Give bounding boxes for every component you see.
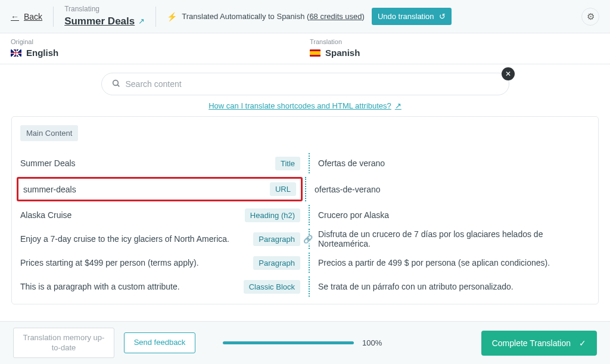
divider — [53, 7, 54, 27]
translating-label: Translating — [64, 4, 145, 14]
undo-icon: ↺ — [439, 12, 446, 21]
complete-label: Complete Translation — [492, 338, 571, 348]
divider — [155, 7, 156, 27]
source-text: Prices starting at $499 per person (term… — [20, 258, 199, 267]
translation-text[interactable]: ofertas-de-verano — [315, 185, 590, 194]
undo-label: Undo translation — [378, 12, 434, 21]
progress-bar — [223, 341, 354, 344]
lightning-icon: ⚡ — [167, 12, 177, 21]
translation-rows: Summer DealsTitleOfertas de veranosummer… — [20, 152, 590, 298]
column-divider — [309, 253, 310, 273]
progress-section: 100% — [205, 338, 472, 347]
svg-point-0 — [113, 80, 118, 85]
source-cell[interactable]: Summer DealsTitle — [20, 157, 306, 170]
column-divider — [309, 153, 310, 173]
flag-icon-en — [11, 49, 21, 57]
original-label: Original — [11, 38, 300, 45]
column-divider — [305, 177, 306, 201]
page-title: Summer Deals — [64, 14, 135, 29]
complete-translation-button[interactable]: Complete Translation ✓ — [481, 331, 597, 356]
source-text: Enjoy a 7-day cruise to the icy glaciers… — [20, 234, 229, 244]
close-icon: ✕ — [505, 70, 511, 78]
translation-text[interactable]: Se trata de un párrafo con un atributo p… — [318, 282, 590, 291]
progress-percent: 100% — [362, 338, 382, 347]
translation-text[interactable]: Precios a partir de 499 $ por persona (s… — [318, 258, 590, 267]
source-cell[interactable]: Enjoy a 7-day cruise to the icy glaciers… — [20, 232, 306, 246]
external-link-icon: ↗ — [138, 16, 145, 27]
auto-msg-prefix: Translated Automatically to Spanish ( — [182, 12, 309, 21]
top-bar: ← Back Translating Summer Deals ↗ ⚡ Tran… — [0, 0, 610, 33]
content-type-badge: Classic Block — [244, 280, 300, 294]
auto-translate-message: ⚡ Translated Automatically to Spanish (6… — [167, 12, 365, 21]
translation-row[interactable]: Alaska CruiseHeading (h2)Crucero por Ala… — [20, 204, 590, 226]
close-search-button[interactable]: ✕ — [502, 67, 515, 80]
flag-icon-es — [310, 49, 320, 57]
settings-button[interactable]: ⚙ — [581, 8, 599, 26]
source-text: Alaska Cruise — [20, 210, 71, 220]
source-cell[interactable]: Prices starting at $499 per person (term… — [20, 256, 306, 270]
back-label: Back — [24, 12, 42, 21]
source-cell[interactable]: summer-dealsURL — [17, 177, 303, 201]
search-input[interactable] — [126, 79, 499, 89]
column-divider — [309, 276, 310, 297]
translation-memory-status: Translation memory up-to-date — [13, 328, 114, 359]
translation-text[interactable]: Ofertas de verano — [318, 158, 590, 168]
gear-icon: ⚙ — [587, 11, 595, 22]
translation-row[interactable]: This is a paragraph with a custom attrib… — [20, 275, 590, 298]
translating-block: Translating Summer Deals ↗ — [64, 4, 145, 29]
source-text: summer-deals — [23, 185, 76, 194]
column-divider — [309, 205, 310, 225]
translation-row[interactable]: Prices starting at $499 per person (term… — [20, 251, 590, 274]
shortcodes-help-link[interactable]: How can I translate shortcodes and HTML … — [208, 101, 402, 110]
svg-line-1 — [117, 85, 119, 86]
content-type-badge: Paragraph — [253, 232, 300, 246]
content-type-badge: Paragraph — [253, 256, 300, 270]
translation-row[interactable]: Enjoy a 7-day cruise to the icy glaciers… — [20, 228, 590, 250]
language-bar: Original English Translation Spanish — [0, 33, 610, 64]
original-language-column: Original English — [11, 38, 300, 58]
undo-translation-button[interactable]: Undo translation ↺ — [372, 8, 452, 25]
content-type-badge: URL — [270, 182, 296, 196]
back-link[interactable]: ← Back — [11, 12, 42, 21]
translation-text[interactable]: Disfruta de un crucero de 7 días por los… — [318, 229, 590, 248]
send-feedback-button[interactable]: Send feedback — [124, 332, 195, 353]
original-language-name: English — [26, 48, 58, 58]
translation-label: Translation — [310, 38, 599, 45]
check-icon: ✓ — [579, 338, 586, 348]
credits-link[interactable]: 68 credits used — [309, 12, 362, 21]
content-panel: Main Content Summer DealsTitleOfertas de… — [11, 116, 599, 304]
translation-text[interactable]: Crucero por Alaska — [318, 210, 590, 220]
auto-msg-suffix: ) — [362, 12, 365, 21]
source-cell[interactable]: This is a paragraph with a custom attrib… — [20, 280, 306, 294]
search-box[interactable]: ✕ — [101, 73, 509, 95]
page-title-row[interactable]: Summer Deals ↗ — [64, 14, 145, 29]
external-link-icon: ↗ — [395, 101, 402, 110]
search-section: ✕ How can I translate shortcodes and HTM… — [0, 64, 610, 116]
column-divider — [309, 229, 310, 249]
search-icon — [111, 79, 121, 90]
source-text: This is a paragraph with a custom attrib… — [20, 282, 180, 291]
translation-row[interactable]: summer-dealsURLofertas-de-verano — [20, 176, 590, 203]
translation-language-column: Translation Spanish — [300, 38, 599, 58]
translation-language-name: Spanish — [325, 48, 360, 58]
help-link-text: How can I translate shortcodes and HTML … — [208, 101, 391, 110]
content-type-badge: Title — [275, 157, 300, 170]
source-text: Summer Deals — [20, 158, 76, 168]
source-cell[interactable]: Alaska CruiseHeading (h2) — [20, 209, 306, 222]
footer-bar: Translation memory up-to-date Send feedb… — [0, 321, 610, 364]
section-title-badge: Main Content — [20, 125, 78, 141]
content-type-badge: Heading (h2) — [245, 209, 300, 222]
back-arrow-icon: ← — [11, 12, 19, 21]
translation-row[interactable]: Summer DealsTitleOfertas de verano — [20, 152, 590, 175]
